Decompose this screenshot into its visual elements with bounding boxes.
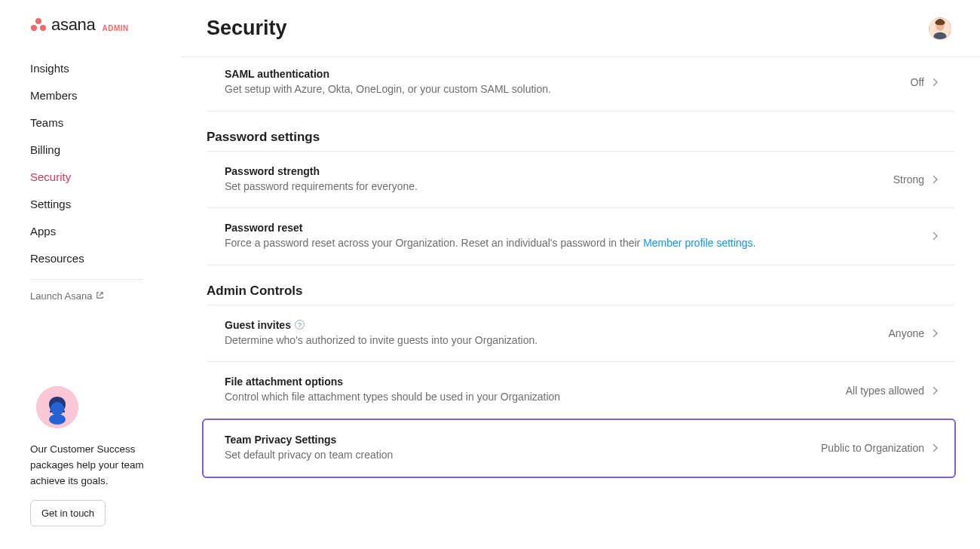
admin-section: Guest invites ? Determine who's authoriz… (207, 305, 954, 478)
password-section: Password strength Set password requireme… (207, 151, 954, 265)
help-icon[interactable]: ? (295, 320, 305, 330)
support-avatar-icon (36, 386, 78, 428)
member-profile-link[interactable]: Member profile settings (643, 237, 753, 249)
launch-label: Launch Asana (30, 290, 92, 302)
chevron-right-icon (932, 175, 938, 184)
setting-title: Password strength (225, 165, 878, 177)
sidebar-item-insights[interactable]: Insights (30, 56, 181, 81)
setting-title: SAML authentication (225, 68, 896, 80)
support-text: Our Customer Success packages help your … (30, 442, 158, 489)
auth-section: SAML authentication Get setup with Azure… (207, 62, 954, 112)
external-link-icon (96, 291, 104, 301)
setting-title: Team Privacy Settings (225, 434, 806, 446)
sidebar-item-resources[interactable]: Resources (30, 246, 181, 271)
setting-desc: Determine who's authorized to invite gue… (225, 333, 874, 348)
logo-text: asana (51, 15, 95, 35)
main-content: SAML authentication Get setup with Azure… (181, 57, 980, 549)
sidebar-item-apps[interactable]: Apps (30, 219, 181, 244)
setting-desc: Set default privacy on team creation (225, 448, 806, 463)
chevron-right-icon (932, 329, 938, 338)
setting-password-strength[interactable]: Password strength Set password requireme… (207, 151, 954, 209)
chevron-right-icon (932, 443, 938, 452)
asana-logo-icon (30, 17, 47, 32)
setting-team-privacy[interactable]: Team Privacy Settings Set default privac… (202, 419, 956, 478)
sidebar-item-settings[interactable]: Settings (30, 192, 181, 216)
setting-title: Password reset (225, 222, 917, 234)
setting-file-attachment[interactable]: File attachment options Control which fi… (207, 362, 954, 419)
chevron-right-icon (932, 78, 938, 87)
setting-title: Guest invites ? (225, 319, 874, 331)
chevron-right-icon (932, 232, 938, 241)
setting-title: File attachment options (225, 376, 831, 388)
setting-value: Anyone (889, 327, 924, 339)
sidebar: asana ADMIN Insights Members Teams Billi… (0, 0, 181, 549)
svg-point-1 (31, 25, 37, 31)
sidebar-item-security[interactable]: Security (30, 164, 181, 189)
launch-asana-link[interactable]: Launch Asana (30, 290, 143, 302)
support-block: Our Customer Success packages help your … (30, 386, 181, 534)
setting-desc: Get setup with Azure, Okta, OneLogin, or… (225, 82, 896, 97)
sidebar-nav: Insights Members Teams Billing Security … (30, 56, 181, 273)
setting-desc: Force a password reset across your Organ… (225, 236, 917, 251)
title-text: Guest invites (225, 319, 291, 331)
sidebar-item-teams[interactable]: Teams (30, 110, 181, 135)
page-title: Security (207, 17, 287, 40)
setting-password-reset[interactable]: Password reset Force a password reset ac… (207, 208, 954, 265)
section-heading-password: Password settings (207, 112, 954, 146)
sidebar-item-billing[interactable]: Billing (30, 137, 181, 162)
chevron-right-icon (932, 386, 938, 395)
svg-point-5 (49, 414, 66, 425)
setting-value: Public to Organization (821, 442, 924, 454)
user-avatar[interactable] (929, 17, 951, 40)
section-heading-admin: Admin Controls (207, 265, 954, 300)
svg-point-2 (40, 25, 46, 31)
get-in-touch-button[interactable]: Get in touch (30, 500, 106, 526)
launch-section: Launch Asana (30, 279, 143, 302)
sidebar-item-members[interactable]: Members (30, 83, 181, 108)
content-area: Security SAML authentication Get setup w… (181, 0, 980, 549)
setting-value: Off (911, 76, 924, 88)
logo-admin-suffix: ADMIN (102, 24, 128, 32)
logo[interactable]: asana ADMIN (30, 15, 181, 35)
setting-guest-invites[interactable]: Guest invites ? Determine who's authoriz… (207, 305, 954, 363)
setting-desc: Control which file attachment types shou… (225, 390, 831, 405)
svg-point-0 (35, 18, 41, 24)
desc-suffix: . (753, 237, 756, 249)
setting-value: All types allowed (846, 385, 924, 397)
page-header: Security (181, 0, 980, 57)
desc-prefix: Force a password reset across your Organ… (225, 237, 643, 249)
svg-point-4 (51, 402, 64, 416)
setting-value: Strong (893, 173, 924, 186)
setting-desc: Set password requirements for everyone. (225, 179, 878, 195)
setting-saml-auth[interactable]: SAML authentication Get setup with Azure… (207, 62, 954, 112)
